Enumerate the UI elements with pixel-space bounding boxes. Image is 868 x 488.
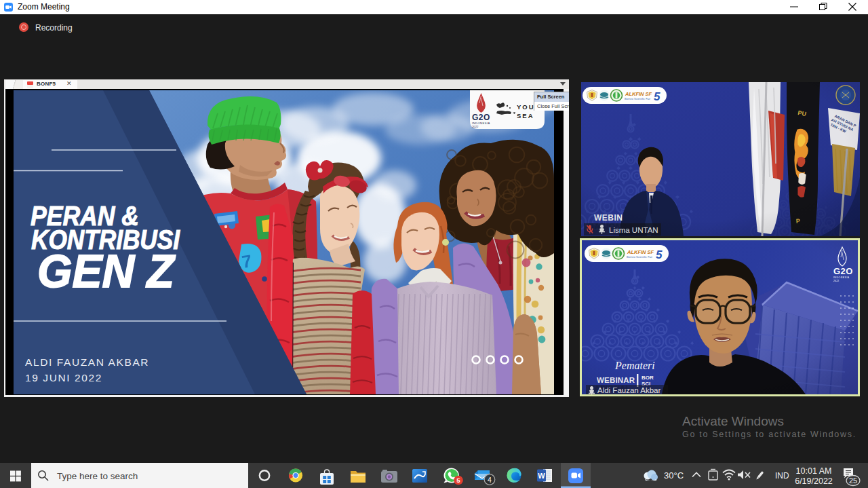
- svg-text:Borneo Scientific Fair: Borneo Scientific Fair: [625, 97, 651, 100]
- svg-text:ALKFIN SF: ALKFIN SF: [625, 91, 652, 97]
- svg-text:GEN Z: GEN Z: [37, 245, 176, 297]
- svg-text:10:01 AM: 10:01 AM: [796, 466, 832, 476]
- svg-text:Borneo Scientific Fair: Borneo Scientific Fair: [627, 255, 653, 259]
- svg-text:SEA: SEA: [517, 112, 534, 119]
- svg-text:2022: 2022: [472, 125, 479, 128]
- svg-text:5: 5: [656, 248, 663, 261]
- svg-text:ALDI FAUZAN AKBAR: ALDI FAUZAN AKBAR: [25, 356, 149, 368]
- svg-text:6/19/2022: 6/19/2022: [795, 476, 833, 486]
- svg-text:YOU: YOU: [517, 103, 535, 111]
- svg-text:4: 4: [488, 476, 492, 484]
- svg-text:25: 25: [849, 476, 857, 485]
- svg-text:Type here to search: Type here to search: [57, 471, 138, 481]
- svg-text:5: 5: [654, 90, 660, 103]
- svg-text:19 JUNI 2022: 19 JUNI 2022: [25, 372, 102, 383]
- svg-text:ALKFIN SF: ALKFIN SF: [627, 249, 654, 255]
- svg-text:G2O: G2O: [472, 113, 490, 122]
- svg-text:5: 5: [456, 476, 460, 484]
- svg-text:IND: IND: [775, 471, 789, 481]
- svg-text:30°C: 30°C: [664, 470, 684, 481]
- svg-text:W: W: [538, 472, 545, 480]
